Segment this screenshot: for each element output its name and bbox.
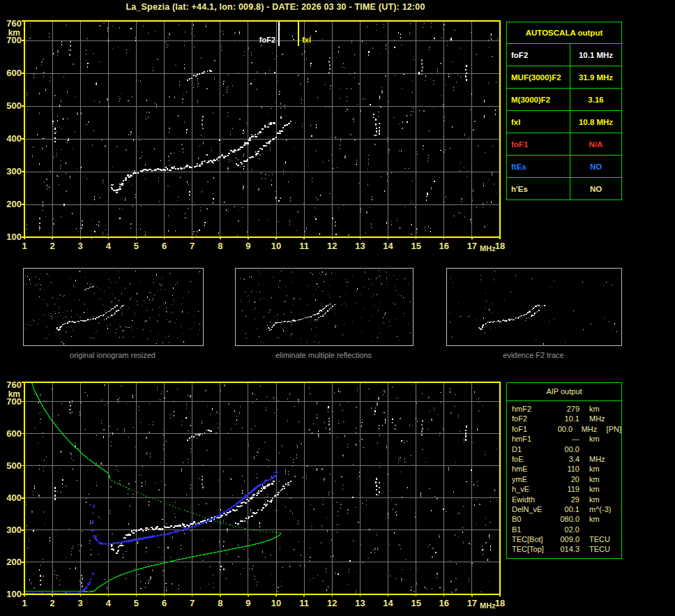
aip-cell: hmF1: [512, 434, 552, 444]
autoscala-row-label: foF2: [507, 44, 570, 66]
x-tick-label: 18: [495, 241, 505, 251]
y-tick-label: 100: [6, 232, 22, 242]
aip-cell: [579, 544, 589, 554]
aip-row-hmF1: hmF1---km: [507, 434, 621, 444]
fof2-marker-label: foF2: [259, 36, 275, 44]
aip-cell: 080.0: [552, 514, 579, 524]
autoscala-row-M3000F2: M(3000)F23.16: [507, 89, 621, 111]
autoscala-row-value: N/A: [570, 133, 621, 155]
app-window: { "title": "La_Spezia (lat: +44.1, lon: …: [0, 0, 675, 616]
y-tick-label: 600: [6, 68, 22, 78]
thumbnail-content: [240, 270, 411, 343]
x-tick-label: 9: [245, 241, 250, 251]
y-tick-label: 300: [6, 166, 22, 176]
autoscaled-trace: [93, 475, 277, 545]
aip-row-foF2: foF210.1MHz: [507, 414, 621, 423]
x-tick-label: 16: [439, 598, 449, 608]
x-tick-label: 3: [78, 241, 83, 251]
aip-row-foE: foE3.4MHz: [507, 454, 621, 464]
aip-cell: hmE: [512, 464, 552, 474]
x-tick-label: 14: [383, 241, 393, 251]
ne-profile-curve: [31, 382, 109, 478]
aip-cell: [579, 414, 589, 423]
y-tick-label: 500: [6, 100, 22, 111]
autoscala-row-value: 10.8 MHz: [570, 111, 621, 133]
aip-cell: 00.0: [552, 444, 579, 454]
f2-x-mode-trace: [236, 121, 291, 166]
thumb-o-trace: [478, 305, 540, 330]
fxi-marker-label: fxi: [302, 36, 311, 44]
aip-cell: m^(-3): [589, 504, 617, 514]
autoscala-rows: foF210.1 MHzMUF(3000)F231.9 MHzM(3000)F2…: [507, 44, 621, 200]
aip-rows: hmF2279kmfoF210.1MHzfoF100.0MHz[PN]hmF1-…: [507, 404, 621, 555]
second-hop-trace: [187, 70, 212, 81]
x-tick-label: 8: [218, 598, 222, 608]
noise-streaks: [39, 40, 467, 229]
x-tick-label: 11: [299, 241, 309, 251]
aip-cell: TECU: [589, 544, 617, 554]
aip-row-hvE: h_vE119km: [507, 484, 621, 494]
autoscala-row-label: h'Es: [507, 178, 570, 200]
main-ionogram-plot: foF2fxi123456789101112131415161718MHz760…: [6, 18, 505, 253]
y-tick-label: 400: [6, 493, 22, 503]
aip-cell: [579, 514, 589, 524]
aip-cell: B1: [512, 525, 552, 534]
x-tick-label: 13: [355, 598, 365, 608]
autoscala-row-label: ftEs: [507, 156, 570, 177]
autoscala-row-ftEs: ftEsNO: [507, 156, 621, 178]
aip-cell: 10.1: [552, 414, 579, 423]
y-tick-label: 400: [6, 133, 22, 144]
y-axis-unit: km: [8, 28, 20, 38]
x-tick-label: 2: [50, 241, 55, 251]
aip-cell: Ewidth: [512, 495, 552, 504]
x-tick-label: 11: [299, 598, 309, 608]
aip-cell: 279: [552, 404, 579, 414]
aip-header: AIP output: [507, 383, 621, 401]
autoscala-row-MUF3000F2: MUF(3000)F231.9 MHz: [507, 66, 621, 89]
aip-cell: MHz: [582, 424, 607, 434]
aip-cell: [589, 444, 617, 454]
x-tick-label: 1: [22, 241, 26, 251]
thumbnail-evidence-f2-trace: [446, 268, 622, 346]
x-tick-label: 7: [190, 598, 195, 608]
autoscala-row-value: 3.16: [570, 89, 621, 110]
autoscala-row-value: NO: [570, 156, 621, 177]
x-tick-label: 17: [467, 241, 477, 251]
autoscala-row-label: MUF(3000)F2: [507, 66, 570, 88]
x-tick-label: 18: [495, 598, 505, 608]
autoscala-row-value: 10.1 MHz: [570, 44, 621, 66]
x-tick-label: 12: [327, 241, 337, 251]
aip-cell: D1: [512, 444, 552, 454]
x-tick-label: 8: [218, 241, 222, 251]
aip-row-TECTop: TEC[Top]014.3TECU: [507, 544, 621, 554]
aip-cell: km: [589, 474, 617, 484]
autoscala-row-label: M(3000)F2: [507, 89, 570, 110]
aip-cell: [579, 525, 589, 534]
autoscala-row-value: 31.9 MHz: [570, 66, 621, 88]
aip-row-D1: D100.0: [507, 444, 621, 454]
x-tick-label: 1: [22, 598, 26, 608]
thumbnail-original-ionogram: [23, 268, 204, 346]
y-tick-label: 760: [6, 18, 22, 29]
aip-row-ymE: ymE20km: [507, 474, 621, 484]
aip-cell: 20: [552, 474, 579, 484]
x-tick-label: 4: [106, 598, 112, 608]
x-tick-label: 5: [134, 241, 139, 251]
aip-cell: [579, 454, 589, 464]
x-tick-label: 15: [411, 241, 420, 251]
thumbnail-eliminate-multiples: [235, 268, 414, 346]
aip-cell: hmF2: [512, 404, 552, 414]
y-axis-unit: km: [8, 389, 20, 399]
thumbnail-content: [449, 271, 618, 344]
aip-cell: ---: [552, 434, 579, 444]
profile-plot: 123456789101112131415161718MHz7607006005…: [6, 380, 505, 610]
caption-original-ionogram: original ionogram resized: [23, 351, 202, 359]
aip-cell: [579, 434, 589, 444]
aip-row-foF1: foF100.0MHz[PN]: [507, 424, 621, 434]
thumb-o-trace: [268, 305, 329, 331]
x-tick-label: 6: [162, 241, 167, 251]
aip-cell: km: [589, 434, 617, 444]
caption-eliminate-multiples: eliminate multiple reflections: [235, 351, 412, 359]
autoscala-header: AUTOSCALA output: [507, 22, 621, 44]
y-tick-label: 200: [6, 199, 22, 209]
